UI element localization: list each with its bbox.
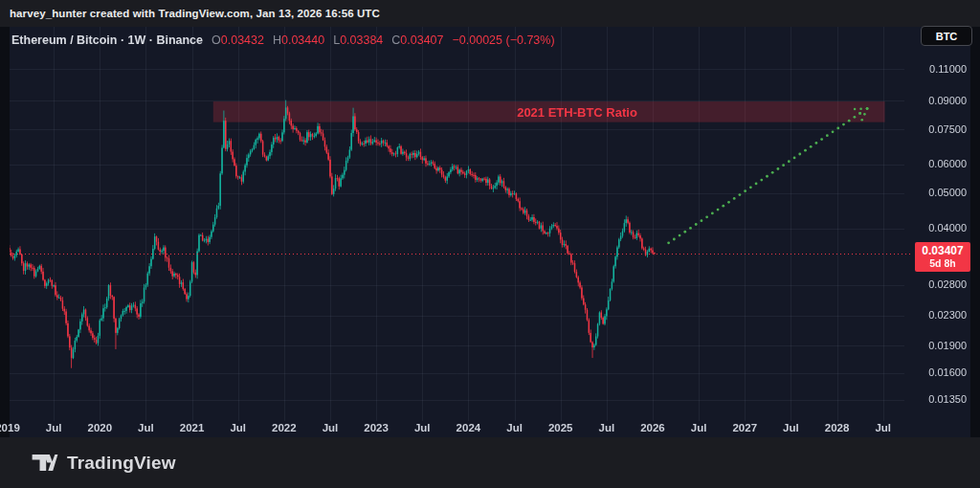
ratio-zone-label[interactable]: 2021 ETH-BTC Ratio	[517, 105, 637, 120]
price-tick-label: 0.01600	[928, 366, 967, 379]
time-tick-label: 2026	[640, 422, 665, 433]
time-tick-label: Jul	[783, 422, 799, 433]
time-tick-label: Jul	[691, 422, 707, 433]
time-tick-label: 2027	[732, 422, 757, 433]
symbol-title[interactable]: Ethereum / Bitcoin · 1W · Binance	[11, 33, 203, 47]
price-tick-label: 0.09000	[928, 95, 967, 107]
time-tick-label: Jul	[414, 422, 431, 433]
price-tick-label: 0.06000	[928, 158, 967, 170]
ohlc-value: 0.03384	[340, 33, 383, 47]
price-scale[interactable]: 0.110000.090000.075000.060000.050000.040…	[890, 27, 980, 437]
time-tick-label: Jul	[138, 422, 154, 433]
ohlc-values: O0.03432H0.03440L0.03384C0.03407	[203, 33, 444, 47]
time-tick-label: 2020	[87, 422, 112, 433]
time-tick-label: Jul	[46, 422, 62, 433]
chart-legend: Ethereum / Bitcoin · 1W · BinanceO0.0343…	[11, 33, 555, 47]
time-tick-label: 2025	[548, 422, 573, 433]
price-tick-label: 0.01900	[928, 340, 967, 352]
candlestick-chart[interactable]	[0, 27, 980, 437]
time-tick-label: 2019	[0, 422, 20, 433]
time-tick-label: 2023	[364, 422, 389, 433]
price-tick-label: 0.02300	[928, 309, 967, 322]
last-price-badge: 0.03407 5d 8h	[915, 242, 970, 272]
time-tick-label: Jul	[506, 422, 523, 433]
tradingview-logo-text[interactable]: TradingView	[67, 453, 176, 474]
time-tick-label: 2024	[457, 422, 481, 433]
time-tick-label: 2022	[272, 422, 297, 433]
chart-region: Ethereum / Bitcoin · 1W · BinanceO0.0343…	[0, 27, 980, 437]
bar-countdown: 5d 8h	[915, 257, 970, 269]
ohlc-value: 0.03432	[221, 33, 264, 47]
ohlc-value: 0.03440	[281, 33, 324, 47]
price-tick-label: 0.07500	[928, 123, 967, 136]
time-tick-label: 2021	[180, 422, 205, 433]
price-tick-label: 0.11000	[929, 63, 967, 76]
attribution-bar: harvey_hunter created with TradingView.c…	[0, 0, 980, 27]
last-price-value: 0.03407	[915, 244, 970, 257]
time-tick-label: Jul	[599, 422, 615, 433]
price-tick-label: 0.01350	[928, 393, 967, 406]
price-tick-label: 0.04000	[928, 222, 967, 234]
ohlc-prefix: C	[391, 33, 400, 47]
time-tick-label: Jul	[323, 422, 339, 433]
price-tick-label: 0.05000	[928, 187, 967, 199]
ohlc-prefix: O	[212, 33, 221, 47]
currency-toggle-button[interactable]: BTC	[921, 26, 972, 46]
price-tick-label: 0.02800	[928, 278, 967, 291]
time-tick-label: 2028	[825, 422, 850, 433]
attribution-text: harvey_hunter created with TradingView.c…	[10, 8, 380, 19]
ohlc-prefix: H	[273, 33, 281, 47]
ohlc-value: 0.03407	[400, 33, 443, 47]
tradingview-snapshot: harvey_hunter created with TradingView.c…	[0, 0, 980, 488]
time-scale[interactable]: 2019Jul2020Jul2021Jul2022Jul2023Jul2024J…	[0, 414, 980, 437]
time-tick-label: Jul	[875, 422, 891, 433]
time-tick-label: Jul	[230, 422, 246, 433]
footer-bar: TradingView	[0, 437, 980, 488]
change-value: −0.00025 (−0.73%)	[453, 33, 555, 47]
tradingview-logo-icon[interactable]	[32, 454, 58, 472]
